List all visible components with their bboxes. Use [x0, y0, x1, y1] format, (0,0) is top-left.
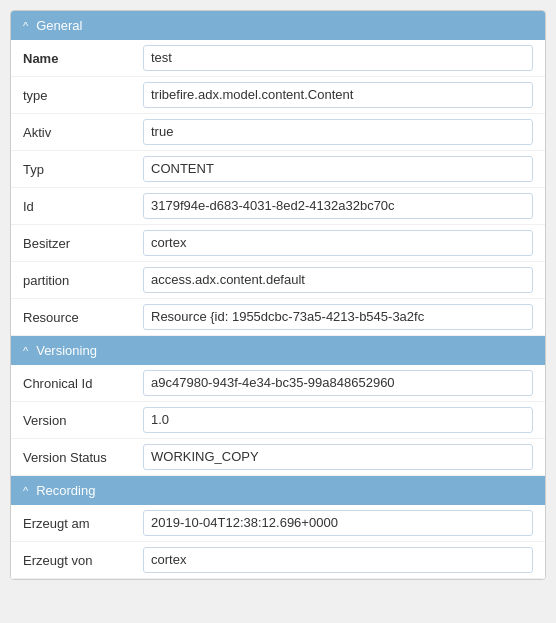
section-body-versioning: Chronical Ida9c47980-943f-4e34-bc35-99a8… — [11, 365, 545, 476]
field-label: Version — [23, 413, 143, 428]
section-header-recording[interactable]: ^Recording — [11, 476, 545, 505]
field-row: Id3179f94e-d683-4031-8ed2-4132a32bc70c — [11, 188, 545, 225]
field-value[interactable]: Resource {id: 1955dcbc-73a5-4213-b545-3a… — [143, 304, 533, 330]
field-label: Version Status — [23, 450, 143, 465]
field-label: Resource — [23, 310, 143, 325]
field-label: type — [23, 88, 143, 103]
field-value[interactable]: cortex — [143, 547, 533, 573]
section-body-recording: Erzeugt am2019-10-04T12:38:12.696+0000Er… — [11, 505, 545, 579]
field-row: Erzeugt voncortex — [11, 542, 545, 579]
field-row: ResourceResource {id: 1955dcbc-73a5-4213… — [11, 299, 545, 336]
field-value[interactable]: a9c47980-943f-4e34-bc35-99a848652960 — [143, 370, 533, 396]
section-header-versioning[interactable]: ^Versioning — [11, 336, 545, 365]
field-value[interactable]: test — [143, 45, 533, 71]
field-value[interactable]: 2019-10-04T12:38:12.696+0000 — [143, 510, 533, 536]
properties-panel: ^GeneralNametesttypetribefire.adx.model.… — [10, 10, 546, 580]
field-row: Erzeugt am2019-10-04T12:38:12.696+0000 — [11, 505, 545, 542]
field-value[interactable]: tribefire.adx.model.content.Content — [143, 82, 533, 108]
field-label: Besitzer — [23, 236, 143, 251]
section-body-general: Nametesttypetribefire.adx.model.content.… — [11, 40, 545, 336]
field-row: Chronical Ida9c47980-943f-4e34-bc35-99a8… — [11, 365, 545, 402]
field-label: Id — [23, 199, 143, 214]
field-value[interactable]: cortex — [143, 230, 533, 256]
field-label: Erzeugt von — [23, 553, 143, 568]
section-title-recording: Recording — [36, 483, 95, 498]
field-row: Version1.0 — [11, 402, 545, 439]
chevron-up-icon: ^ — [23, 345, 28, 357]
field-value[interactable]: 3179f94e-d683-4031-8ed2-4132a32bc70c — [143, 193, 533, 219]
field-label: Aktiv — [23, 125, 143, 140]
field-label: Name — [23, 51, 143, 66]
field-row: partitionaccess.adx.content.default — [11, 262, 545, 299]
field-label: Erzeugt am — [23, 516, 143, 531]
field-label: Chronical Id — [23, 376, 143, 391]
field-value[interactable]: access.adx.content.default — [143, 267, 533, 293]
field-row: TypCONTENT — [11, 151, 545, 188]
field-value[interactable]: true — [143, 119, 533, 145]
field-value[interactable]: CONTENT — [143, 156, 533, 182]
chevron-up-icon: ^ — [23, 20, 28, 32]
field-row: Aktivtrue — [11, 114, 545, 151]
field-value[interactable]: WORKING_COPY — [143, 444, 533, 470]
section-header-general[interactable]: ^General — [11, 11, 545, 40]
field-value[interactable]: 1.0 — [143, 407, 533, 433]
field-row: Besitzercortex — [11, 225, 545, 262]
chevron-up-icon: ^ — [23, 485, 28, 497]
field-label: partition — [23, 273, 143, 288]
section-title-general: General — [36, 18, 82, 33]
field-row: typetribefire.adx.model.content.Content — [11, 77, 545, 114]
section-title-versioning: Versioning — [36, 343, 97, 358]
field-row: Version StatusWORKING_COPY — [11, 439, 545, 476]
field-label: Typ — [23, 162, 143, 177]
field-row: Nametest — [11, 40, 545, 77]
